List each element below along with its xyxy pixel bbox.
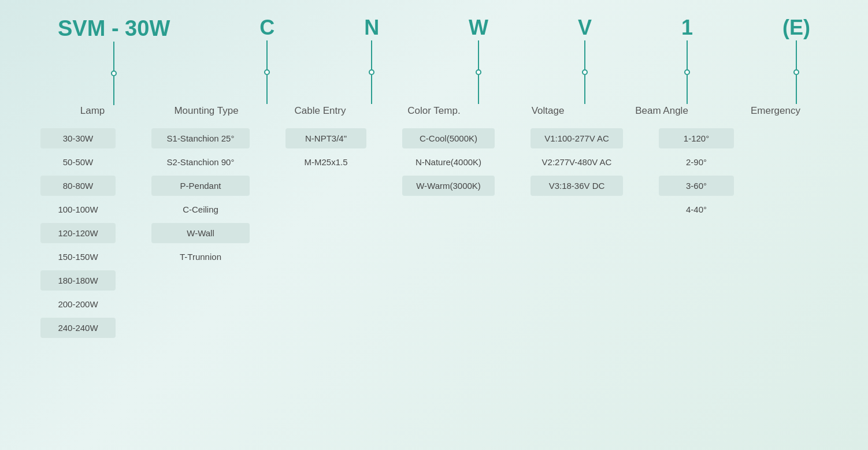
color-line-top [478, 40, 479, 69]
cable-connector [369, 40, 374, 104]
list-item: 30-30W [40, 128, 116, 148]
list-item: 1-120° [659, 128, 734, 148]
cable-circle [369, 69, 374, 75]
segment-emergency: (E) [782, 17, 810, 104]
emergency-connector [793, 40, 799, 104]
list-item: M-M25x1.5 [285, 152, 366, 172]
segment-mounting: C [259, 17, 275, 104]
list-item: V3:18-36V DC [531, 176, 623, 196]
mounting-code-label: C [259, 17, 275, 38]
list-item: 2-90° [659, 152, 734, 172]
cable-line-top [371, 40, 372, 69]
list-item: P-Pendant [151, 176, 250, 196]
voltage-column: V1:100-277V ACV2:277V-480V ACV3:18-36V D… [531, 128, 623, 196]
lamp-line-top [113, 42, 114, 70]
list-item: 80-80W [40, 176, 116, 196]
voltage-code-label: V [578, 17, 592, 38]
list-item: 120-120W [40, 223, 116, 243]
category-mounting: Mounting Type [172, 105, 241, 117]
voltage-connector [582, 40, 588, 104]
list-item: 240-240W [40, 318, 116, 338]
beam-circle [684, 69, 690, 75]
color-code-label: W [469, 17, 488, 38]
cable-code-label: N [364, 17, 379, 38]
mounting-connector [264, 40, 270, 104]
list-item: S2-Stanchion 90° [151, 152, 250, 172]
category-cable: Cable Entry [285, 105, 355, 117]
list-item: 50-50W [40, 152, 116, 172]
category-lamp: Lamp [58, 105, 127, 117]
category-voltage: Voltage [513, 105, 583, 117]
category-emergency: Emergency [741, 105, 810, 117]
options-section: 30-30W50-50W80-80W100-100W120-120W150-15… [23, 128, 845, 338]
lamp-line-bottom [113, 76, 114, 105]
beam-connector [684, 40, 690, 104]
code-line: SVM - 30W C N W [23, 17, 845, 105]
emergency-line-bottom [796, 75, 797, 104]
list-item: W-Wall [151, 223, 250, 243]
list-item: 3-60° [659, 176, 734, 196]
color-column: C-Cool(5000K)N-Nature(4000K)W-Warm(3000K… [402, 128, 495, 196]
emergency-circle [793, 69, 799, 75]
color-circle [476, 69, 481, 75]
list-item: 100-100W [40, 199, 116, 220]
category-beam: Beam Angle [627, 105, 696, 117]
emergency-code-label: (E) [782, 17, 810, 38]
mounting-column: S1-Stanchion 25°S2-Stanchion 90°P-Pendan… [151, 128, 250, 267]
segment-voltage: V [578, 17, 592, 104]
segment-lamp: SVM - 30W [58, 17, 170, 105]
category-row: Lamp Mounting Type Cable Entry Color Tem… [23, 105, 845, 117]
list-item: C-Cool(5000K) [402, 128, 495, 148]
beam-line-top [687, 40, 688, 69]
category-color: Color Temp. [399, 105, 469, 117]
cable-column: N-NPT3/4"M-M25x1.5 [285, 128, 366, 172]
list-item: 180-180W [40, 270, 116, 291]
list-item: N-Nature(4000K) [402, 152, 495, 172]
lamp-circle [111, 70, 117, 76]
segment-cable: N [364, 17, 379, 104]
color-line-bottom [478, 75, 479, 104]
color-connector [476, 40, 481, 104]
segment-color: W [469, 17, 488, 104]
voltage-line-bottom [584, 75, 585, 104]
list-item: V1:100-277V AC [531, 128, 623, 148]
beam-column: 1-120°2-90°3-60°4-40° [659, 128, 734, 220]
lamp-connector [111, 42, 117, 105]
voltage-line-top [584, 40, 585, 69]
voltage-circle [582, 69, 588, 75]
list-item: V2:277V-480V AC [531, 152, 623, 172]
mounting-line-bottom [266, 75, 268, 104]
list-item: T-Trunnion [151, 247, 250, 267]
list-item: N-NPT3/4" [285, 128, 366, 148]
cable-line-bottom [371, 75, 372, 104]
lamp-column: 30-30W50-50W80-80W100-100W120-120W150-15… [40, 128, 116, 338]
page-wrapper: SVM - 30W C N W [0, 0, 868, 450]
mounting-circle [264, 69, 270, 75]
list-item: C-Ceiling [151, 199, 250, 220]
list-item: S1-Stanchion 25° [151, 128, 250, 148]
list-item: 4-40° [659, 199, 734, 220]
mounting-line-top [266, 40, 268, 69]
lamp-code-label: SVM - 30W [58, 17, 170, 39]
segment-beam: 1 [681, 17, 693, 104]
list-item: W-Warm(3000K) [402, 176, 495, 196]
beam-line-bottom [687, 75, 688, 104]
emergency-line-top [796, 40, 797, 69]
beam-code-label: 1 [681, 17, 693, 38]
list-item: 150-150W [40, 247, 116, 267]
list-item: 200-200W [40, 294, 116, 314]
